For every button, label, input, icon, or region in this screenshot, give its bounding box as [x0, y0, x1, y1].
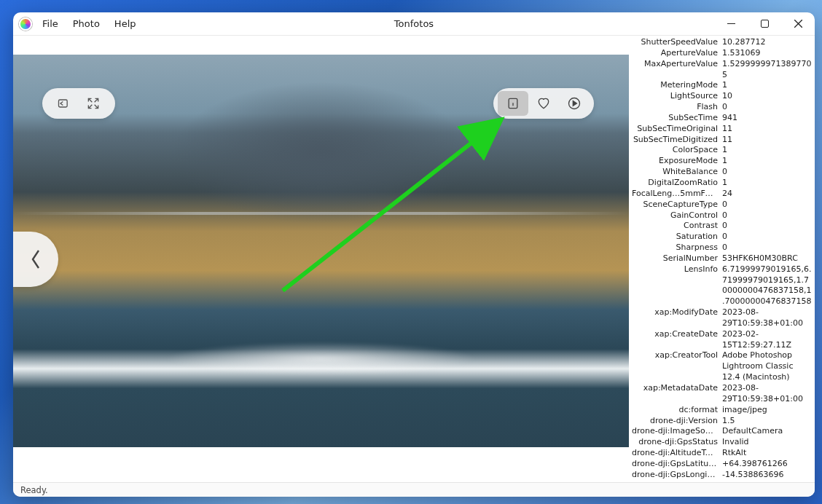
- metadata-key: DigitalZoomRatio: [632, 178, 718, 189]
- window-controls: [714, 12, 815, 35]
- back-button[interactable]: [50, 92, 79, 114]
- metadata-value: 0: [722, 102, 812, 113]
- metadata-value: 0: [722, 243, 812, 253]
- favorite-button[interactable]: [528, 91, 559, 116]
- metadata-row: LightSource10: [632, 91, 812, 102]
- minimize-button[interactable]: [714, 12, 748, 35]
- metadata-panel[interactable]: ShutterSpeedValue10.287712ApertureValue1…: [629, 36, 815, 482]
- metadata-value: DefaultCamera: [722, 426, 812, 437]
- metadata-row: ColorSpace1: [632, 145, 812, 156]
- metadata-key: SubSecTimeDigitized: [632, 135, 718, 146]
- titlebar: File Photo Help Tonfotos: [13, 12, 815, 36]
- menu-photo[interactable]: Photo: [67, 15, 106, 32]
- metadata-value: 1.52999999713897705: [722, 59, 812, 81]
- metadata-value: 1.531069: [722, 48, 812, 59]
- metadata-row: ShutterSpeedValue10.287712: [632, 37, 812, 48]
- main-menu: File Photo Help: [36, 15, 142, 32]
- metadata-row: LensInfo6.71999979019165,6.7199997901916…: [632, 264, 812, 307]
- app-icon: [19, 17, 32, 31]
- metadata-key: MaxApertureValue: [632, 59, 718, 81]
- metadata-key: drone-dji:ImageSource: [632, 426, 718, 437]
- status-bar: Ready.: [13, 482, 815, 497]
- metadata-value: 1: [722, 156, 812, 167]
- play-button[interactable]: [559, 91, 590, 116]
- metadata-row: Flash0: [632, 102, 812, 113]
- metadata-key: Saturation: [632, 232, 718, 243]
- metadata-row: Contrast0: [632, 221, 812, 232]
- maximize-button[interactable]: [748, 12, 781, 35]
- info-button[interactable]: [498, 91, 528, 116]
- metadata-row: drone-dji:GpsStatusInvalid: [632, 437, 812, 448]
- metadata-value: 10.287712: [722, 37, 812, 48]
- metadata-row: drone-dji:AltitudeTypeRtkAlt: [632, 448, 812, 459]
- metadata-row: drone-dji:GpsLongitude-14.538863696: [632, 470, 812, 481]
- overlay-left-group: [42, 88, 115, 119]
- metadata-key: Contrast: [632, 221, 718, 232]
- metadata-row: drone-dji:A…luteAltitude+308.180: [632, 481, 812, 482]
- metadata-row: Saturation0: [632, 232, 812, 243]
- metadata-row: SerialNumber53HFK6H0M30BRC: [632, 253, 812, 264]
- app-window: File Photo Help Tonfotos: [13, 12, 815, 497]
- metadata-value: 2023-08-29T10:59:38+01:00: [722, 383, 812, 405]
- metadata-value: 1: [722, 80, 812, 91]
- metadata-key: drone-dji:GpsLongitude: [632, 470, 718, 481]
- metadata-key: GainControl: [632, 210, 718, 221]
- metadata-key: WhiteBalance: [632, 167, 718, 178]
- metadata-value: 0: [722, 221, 812, 232]
- image-viewer: [13, 36, 629, 482]
- metadata-value: 1.5: [722, 416, 812, 427]
- metadata-row: SceneCaptureType0: [632, 200, 812, 210]
- metadata-row: FocalLeng…5mmFormat24: [632, 189, 812, 200]
- metadata-value: 6.71999979019165,6.71999979019165,1.7000…: [722, 264, 812, 307]
- menu-help[interactable]: Help: [109, 15, 142, 32]
- metadata-row: GainControl0: [632, 210, 812, 221]
- metadata-key: drone-dji:GpsStatus: [632, 437, 718, 448]
- play-icon: [567, 96, 582, 111]
- metadata-key: drone-dji:AltitudeType: [632, 448, 718, 459]
- metadata-row: Sharpness0: [632, 243, 812, 253]
- close-button[interactable]: [781, 12, 815, 35]
- metadata-key: SceneCaptureType: [632, 200, 718, 210]
- metadata-key: MeteringMode: [632, 80, 718, 91]
- metadata-key: LightSource: [632, 91, 718, 102]
- metadata-value: 11: [722, 124, 812, 135]
- metadata-row: drone-dji:GpsLatitude+64.398761266: [632, 459, 812, 470]
- metadata-key: drone-dji:Version: [632, 416, 718, 427]
- metadata-row: drone-dji:ImageSourceDefaultCamera: [632, 426, 812, 437]
- metadata-value: Adobe Photoshop Lightroom Classic 12.4 (…: [722, 350, 812, 383]
- metadata-value: Invalid: [722, 437, 812, 448]
- menu-file[interactable]: File: [36, 15, 64, 32]
- metadata-key: Sharpness: [632, 243, 718, 253]
- metadata-key: SubSecTimeOriginal: [632, 124, 718, 135]
- metadata-key: ColorSpace: [632, 145, 718, 156]
- metadata-row: MaxApertureValue1.52999999713897705: [632, 59, 812, 81]
- metadata-key: drone-dji:GpsLatitude: [632, 459, 718, 470]
- metadata-value: 2023-08-29T10:59:38+01:00: [722, 307, 812, 329]
- metadata-key: xap:MetadataDate: [632, 383, 718, 405]
- content-area: ShutterSpeedValue10.287712ApertureValue1…: [13, 36, 815, 482]
- metadata-row: xap:ModifyDate2023-08-29T10:59:38+01:00: [632, 307, 812, 329]
- metadata-value: 941: [722, 113, 812, 124]
- metadata-key: dc:format: [632, 405, 718, 416]
- metadata-row: MeteringMode1: [632, 80, 812, 91]
- fullscreen-icon: [86, 96, 101, 111]
- metadata-row: xap:MetadataDate2023-08-29T10:59:38+01:0…: [632, 383, 812, 405]
- metadata-value: 53HFK6H0M30BRC: [722, 253, 812, 264]
- back-icon: [57, 96, 71, 111]
- metadata-row: dc:formatimage/jpeg: [632, 405, 812, 416]
- metadata-value: 1: [722, 145, 812, 156]
- metadata-value: 0: [722, 210, 812, 221]
- metadata-value: 1: [722, 178, 812, 189]
- metadata-row: xap:CreateDate2023-02-15T12:59:27.11Z: [632, 329, 812, 351]
- fullscreen-button[interactable]: [79, 92, 108, 114]
- metadata-value: +308.180: [722, 481, 812, 482]
- metadata-row: SubSecTimeDigitized11: [632, 135, 812, 146]
- metadata-value: 10: [722, 91, 812, 102]
- metadata-key: SubSecTime: [632, 113, 718, 124]
- status-text: Ready.: [20, 485, 48, 495]
- metadata-row: DigitalZoomRatio1: [632, 178, 812, 189]
- metadata-value: 2023-02-15T12:59:27.11Z: [722, 329, 812, 351]
- metadata-key: drone-dji:A…luteAltitude: [632, 481, 718, 482]
- metadata-key: SerialNumber: [632, 253, 718, 264]
- metadata-key: xap:CreateDate: [632, 329, 718, 351]
